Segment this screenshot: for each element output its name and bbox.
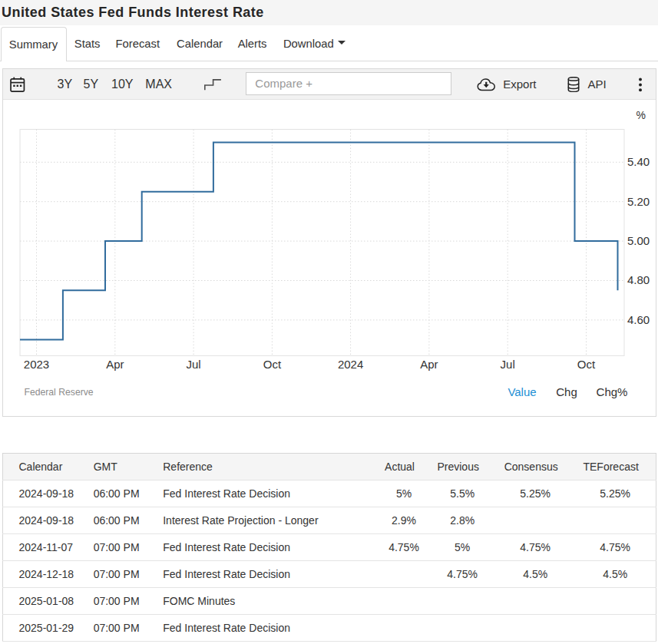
svg-text:Jul: Jul bbox=[500, 358, 514, 372]
svg-text:Value: Value bbox=[508, 386, 536, 399]
svg-text:4.60: 4.60 bbox=[627, 313, 649, 326]
svg-text:2023: 2023 bbox=[23, 358, 48, 372]
svg-text:Oct: Oct bbox=[263, 358, 281, 372]
svg-text:5.20: 5.20 bbox=[627, 195, 649, 208]
svg-text:%: % bbox=[636, 109, 645, 121]
svg-text:Chg%: Chg% bbox=[596, 386, 627, 399]
svg-text:Federal Reserve: Federal Reserve bbox=[24, 387, 93, 398]
svg-text:Apr: Apr bbox=[106, 358, 124, 372]
svg-text:Apr: Apr bbox=[420, 358, 438, 372]
svg-text:Oct: Oct bbox=[577, 358, 595, 372]
svg-text:5.00: 5.00 bbox=[627, 234, 649, 247]
svg-text:Chg: Chg bbox=[556, 386, 577, 399]
svg-text:2024: 2024 bbox=[337, 358, 362, 372]
svg-text:4.80: 4.80 bbox=[627, 274, 649, 287]
svg-text:Jul: Jul bbox=[186, 358, 200, 372]
svg-text:5.40: 5.40 bbox=[627, 155, 649, 168]
